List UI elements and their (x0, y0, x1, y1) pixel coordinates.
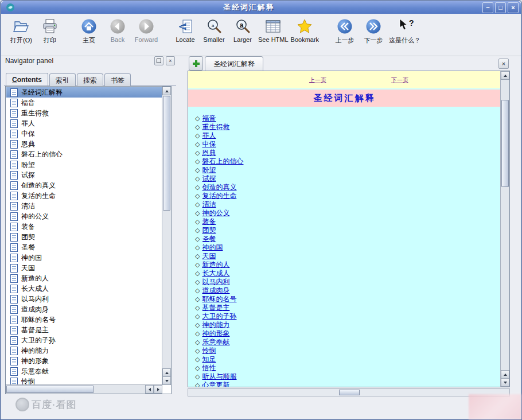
maximize-button[interactable]: □ (495, 2, 506, 13)
header-link-next[interactable]: 下一页 (391, 76, 408, 84)
zoom-in-icon: a (234, 17, 251, 36)
tree-item[interactable]: 新造的人 (6, 273, 162, 283)
tree-item[interactable]: 福音 (6, 98, 162, 108)
back-button[interactable]: Back (104, 17, 131, 43)
tree-item[interactable]: 神的能力 (6, 345, 162, 356)
scroll-left-button[interactable] (145, 385, 154, 394)
tree-item[interactable]: 长大成人 (6, 283, 162, 294)
diamond-bullet: ◇ (195, 192, 200, 200)
diamond-bullet: ◇ (195, 218, 200, 225)
forward-icon (138, 17, 155, 36)
float-icon (157, 59, 161, 63)
content-link-row: ◇ 悟性 (195, 364, 501, 372)
tree-item[interactable]: 大卫的子孙 (6, 335, 162, 345)
tree-horizontal-scrollbar[interactable] (6, 384, 162, 394)
diamond-bullet: ◇ (195, 132, 200, 139)
content-link-row: ◇ 中保 (195, 140, 501, 149)
next-button[interactable]: 下一步 (360, 17, 387, 45)
scroll-thumb[interactable] (501, 100, 509, 187)
tree-item[interactable]: 重生得救 (6, 108, 162, 118)
diamond-bullet: ◇ (195, 166, 200, 174)
forward-button[interactable]: Forward (133, 17, 159, 43)
content-link-row: ◇ 乐意奉献 (195, 338, 501, 347)
scroll-up-button[interactable] (501, 370, 509, 379)
scroll-up-button[interactable] (162, 368, 171, 377)
diamond-bullet: ◇ (195, 123, 200, 131)
content-vertical-scrollbar[interactable] (500, 71, 509, 387)
close-tab-button[interactable]: × (498, 59, 509, 69)
tree-item[interactable]: 神的国 (6, 252, 162, 263)
open-icon (13, 17, 30, 36)
diamond-bullet: ◇ (195, 244, 200, 251)
tree-item[interactable]: 天国 (6, 263, 162, 273)
tree-item[interactable]: 耶稣的名号 (6, 314, 162, 325)
smaller-button[interactable]: a Smaller (201, 17, 227, 43)
tree-item[interactable]: 圣经词汇解释 (6, 87, 162, 98)
scroll-up-button[interactable] (162, 87, 171, 95)
tree-item[interactable]: 乐意奉献 (6, 366, 162, 376)
document-icon (10, 140, 18, 149)
locate-button[interactable]: Locate (172, 17, 198, 43)
tree-item[interactable]: 中保 (6, 129, 162, 139)
tree-item[interactable]: 神的形象 (6, 356, 162, 366)
tree-vertical-scrollbar[interactable] (162, 87, 171, 385)
tree-item[interactable]: 试探 (6, 170, 162, 180)
content-horizontal-scrollbar[interactable] (188, 388, 510, 396)
tree-item[interactable]: 恩典 (6, 139, 162, 149)
tree-item[interactable]: 清洁 (6, 201, 162, 211)
tree-item[interactable]: 罪人 (6, 118, 162, 129)
add-tab-button[interactable] (189, 56, 203, 71)
titlebar[interactable]: 圣经词汇解释 − □ × (1, 1, 521, 14)
tree-item[interactable]: 怜悯 (6, 376, 162, 384)
document-icon (10, 233, 18, 242)
previous-button[interactable]: 上一步 (332, 17, 358, 45)
scroll-thumb[interactable] (339, 390, 360, 395)
larger-button[interactable]: a Larger (229, 17, 256, 43)
tab-index[interactable]: 索引 (49, 73, 76, 86)
whats-this-button[interactable]: ? 这是什么？ (389, 17, 420, 45)
tree-item[interactable]: 道成肉身 (6, 304, 162, 314)
bookmark-button[interactable]: Bookmark (291, 17, 320, 43)
scroll-right-button[interactable] (154, 385, 162, 394)
float-panel-button[interactable] (154, 56, 163, 65)
diamond-bullet: ◇ (195, 364, 200, 372)
home-button[interactable]: 主页 (76, 17, 102, 45)
scroll-down-button[interactable] (501, 378, 509, 387)
previous-icon (336, 17, 353, 36)
next-icon (365, 17, 382, 36)
diamond-bullet: ◇ (195, 158, 200, 165)
tree-item[interactable]: 磐石上的信心 (6, 149, 162, 160)
content-link-row: ◇ 创造的真义 (195, 183, 501, 192)
content-link[interactable]: 心意更新 (202, 380, 229, 387)
tree-item[interactable]: 圣餐 (6, 242, 162, 252)
document-icon (10, 109, 18, 118)
tree-item[interactable]: 创造的真义 (6, 180, 162, 190)
page-header-band: 上一页 下一页 (188, 71, 501, 88)
close-panel-button[interactable]: × (166, 56, 175, 65)
content-link-row: ◇ 磐石上的信心 (195, 157, 501, 166)
scroll-thumb[interactable] (163, 96, 170, 211)
tab-search[interactable]: 搜索 (77, 73, 103, 86)
scroll-down-button[interactable] (162, 376, 171, 385)
header-link-prev[interactable]: 上一页 (309, 76, 326, 84)
document-icon (10, 150, 18, 159)
tab-contents[interactable]: Contents (6, 73, 48, 85)
scroll-up-button[interactable] (501, 71, 509, 80)
tree-item[interactable]: 复活的生命 (6, 190, 162, 201)
tree-item[interactable]: 神的公义 (6, 211, 162, 221)
tree-item[interactable]: 以马内利 (6, 294, 162, 304)
tree-item[interactable]: 装备 (6, 221, 162, 232)
content-tab[interactable]: 圣经词汇解释 (205, 56, 263, 71)
tree-item[interactable]: 团契 (6, 232, 162, 242)
tree-item[interactable]: 基督是主 (6, 325, 162, 335)
see-html-button[interactable]: See HTML (258, 17, 289, 43)
minimize-button[interactable]: − (482, 2, 493, 13)
close-button[interactable]: × (508, 2, 519, 13)
scroll-thumb[interactable] (6, 386, 94, 393)
tab-bookmarks[interactable]: 书签 (104, 73, 131, 86)
tree-item[interactable]: 盼望 (6, 160, 162, 170)
content-link-row: ◇ 装备 (195, 217, 501, 226)
print-button[interactable]: 打印 (37, 17, 63, 45)
diamond-bullet: ◇ (195, 313, 200, 320)
open-button[interactable]: 打开(O) (8, 17, 34, 45)
